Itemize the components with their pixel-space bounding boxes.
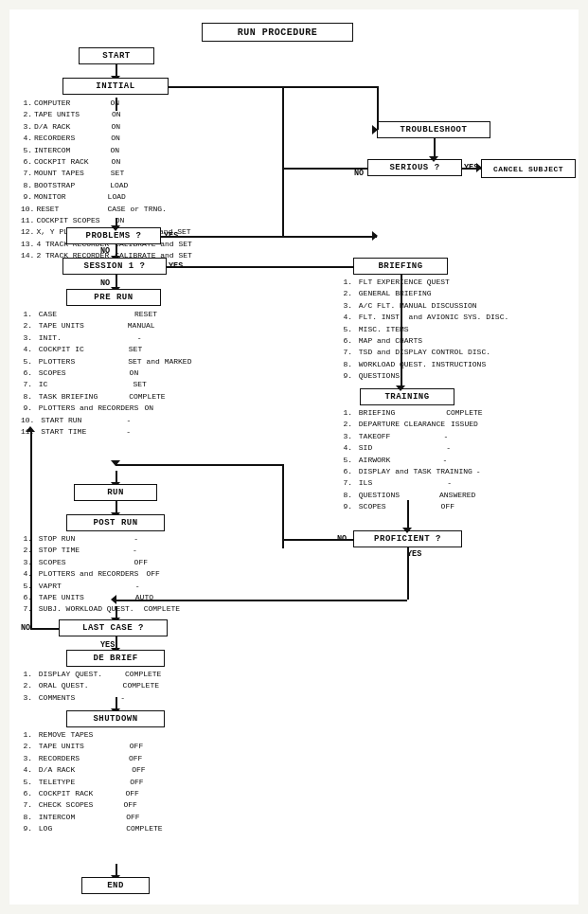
line — [169, 236, 282, 238]
start-box: START — [79, 47, 154, 64]
training-items: 1. BRIEFINGCOMPLETE 2. DEPARTURE CLEARAN… — [341, 407, 582, 513]
arrow — [396, 385, 405, 391]
line — [377, 86, 379, 130]
line — [116, 464, 282, 466]
arrow — [111, 225, 120, 231]
line — [116, 600, 407, 601]
arrow — [372, 231, 378, 241]
line — [282, 539, 353, 541]
title-box: RUN PROCEDURE — [202, 23, 353, 42]
last-case-box: LAST CASE ? — [59, 619, 168, 636]
de-brief-items: 1. DISPLAY QUEST.COMPLETE 2. ORAL QUEST.… — [21, 669, 314, 704]
troubleshoot-box: TROUBLESHOOT — [377, 121, 490, 138]
no-label: NO — [100, 246, 110, 256]
serious-box: SERIOUS ? — [367, 159, 462, 176]
line — [30, 431, 32, 628]
arrow — [111, 595, 116, 604]
post-run-items: 1. STOP RUN- 2. STOP TIME- 3. SCOPESOFF … — [21, 533, 314, 616]
flowchart: RUN PROCEDURE START INITIAL 1. COMPUTERO… — [17, 19, 571, 890]
post-run-box: POST RUN — [66, 514, 165, 531]
briefing-items: 1. FLT EXPERIENCE QUEST 2. GENERAL BRIEF… — [341, 277, 578, 383]
arrow — [429, 156, 438, 162]
arrow — [402, 528, 412, 533]
initial-box: INITIAL — [62, 78, 169, 95]
training-box: TRAINING — [360, 388, 454, 405]
no-label: NO — [21, 623, 30, 633]
pre-run-box: PRE RUN — [66, 289, 161, 306]
line — [30, 628, 59, 630]
end-box: END — [81, 877, 150, 894]
pre-run-items: 1. CASERESET 2. TAPE UNITSMANUAL 3. INIT… — [21, 309, 314, 438]
no-label: NO — [100, 278, 110, 288]
run-box: RUN — [74, 484, 157, 501]
de-brief-box: DE BRIEF — [66, 650, 165, 667]
briefing-box: BRIEFING — [353, 258, 448, 275]
line — [116, 98, 117, 111]
line — [282, 539, 284, 548]
arrow — [26, 426, 35, 432]
line — [407, 500, 409, 530]
line — [401, 275, 402, 388]
shutdown-items: 1. REMOVE TAPES 2. TAPE UNITSOFF 3. RECO… — [21, 729, 314, 835]
session1-box: SESSION 1 ? — [62, 258, 167, 275]
line — [407, 547, 409, 600]
line — [282, 168, 367, 170]
line — [169, 86, 377, 88]
arrow — [476, 163, 482, 172]
line — [167, 266, 358, 268]
yes-label: YES — [407, 549, 421, 559]
line — [282, 464, 284, 539]
page: RUN PROCEDURE START INITIAL 1. COMPUTERO… — [9, 9, 579, 905]
no-label: NO — [354, 169, 364, 178]
line — [282, 86, 284, 236]
cancel-subject-box: CANCEL SUBJECT — [481, 159, 576, 178]
shutdown-box: SHUTDOWN — [66, 710, 165, 727]
arrow — [111, 460, 120, 466]
arrow — [372, 125, 378, 134]
